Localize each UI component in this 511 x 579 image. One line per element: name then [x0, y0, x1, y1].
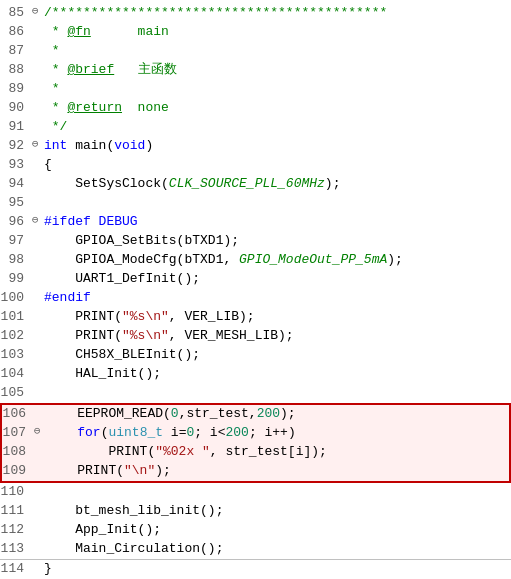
line-num-109: 109: [2, 462, 34, 481]
code-line-106: 106 EEPROM_READ(0,str_test,200);: [2, 405, 509, 424]
code-line-105: 105: [0, 384, 511, 403]
fold-85[interactable]: ⊖: [32, 4, 42, 20]
code-line-103: 103 CH58X_BLEInit();: [0, 346, 511, 365]
line-num-108: 108: [2, 443, 34, 462]
code-line-94: 94 SetSysClock(CLK_SOURCE_PLL_60MHz);: [0, 175, 511, 194]
code-text-102: PRINT("%s\n", VER_MESH_LIB);: [42, 327, 511, 346]
code-line-95: 95: [0, 194, 511, 213]
line-num-102: 102: [0, 327, 32, 346]
code-text-111: bt_mesh_lib_init();: [42, 502, 511, 521]
line-num-96: 96: [0, 213, 32, 232]
code-line-97: 97 GPIOA_SetBits(bTXD1);: [0, 232, 511, 251]
code-text-108: PRINT("%02x ", str_test[i]);: [44, 443, 509, 462]
code-line-91: 91 */: [0, 118, 511, 137]
line-num-86: 86: [0, 23, 32, 42]
code-text-107: for(uint8_t i=0; i<200; i++): [44, 424, 509, 443]
code-text-91: */: [42, 118, 511, 137]
code-line-108: 108 PRINT("%02x ", str_test[i]);: [2, 443, 509, 462]
line-num-90: 90: [0, 99, 32, 118]
code-text-92: int main(void): [42, 137, 511, 156]
line-num-110: 110: [0, 483, 32, 502]
code-line-93: 93 {: [0, 156, 511, 175]
code-line-114: 114 }: [0, 560, 511, 579]
code-line-87: 87 *: [0, 42, 511, 61]
code-text-104: HAL_Init();: [42, 365, 511, 384]
code-line-110: 110: [0, 483, 511, 502]
code-editor: 85 ⊖ /**********************************…: [0, 0, 511, 579]
line-num-105: 105: [0, 384, 32, 403]
code-text-113: Main_Circulation();: [42, 540, 511, 559]
code-text-114: }: [42, 560, 511, 579]
line-num-89: 89: [0, 80, 32, 99]
code-line-104: 104 HAL_Init();: [0, 365, 511, 384]
code-text-86: * @fn main: [42, 23, 511, 42]
line-num-107: 107: [2, 424, 34, 443]
code-line-98: 98 GPIOA_ModeCfg(bTXD1, GPIO_ModeOut_PP_…: [0, 251, 511, 270]
code-text-94: SetSysClock(CLK_SOURCE_PLL_60MHz);: [42, 175, 511, 194]
line-num-99: 99: [0, 270, 32, 289]
line-num-87: 87: [0, 42, 32, 61]
fold-107[interactable]: ⊖: [34, 424, 44, 440]
fold-96[interactable]: ⊖: [32, 213, 42, 229]
code-text-100: #endif: [42, 289, 511, 308]
line-num-104: 104: [0, 365, 32, 384]
line-num-93: 93: [0, 156, 32, 175]
code-text-85: /***************************************…: [42, 4, 511, 23]
line-num-97: 97: [0, 232, 32, 251]
code-line-111: 111 bt_mesh_lib_init();: [0, 502, 511, 521]
code-text-89: *: [42, 80, 511, 99]
code-text-109: PRINT("\n");: [44, 462, 509, 481]
line-num-113: 113: [0, 540, 32, 559]
code-line-113: 113 Main_Circulation();: [0, 540, 511, 560]
code-line-86: 86 * @fn main: [0, 23, 511, 42]
code-line-109: 109 PRINT("\n");: [2, 462, 509, 481]
fold-92[interactable]: ⊖: [32, 137, 42, 153]
code-text-93: {: [42, 156, 511, 175]
line-num-92: 92: [0, 137, 32, 156]
code-line-85: 85 ⊖ /**********************************…: [0, 4, 511, 23]
code-text-106: EEPROM_READ(0,str_test,200);: [44, 405, 509, 424]
highlight-block: 106 EEPROM_READ(0,str_test,200); 107 ⊖ f…: [0, 403, 511, 483]
code-line-99: 99 UART1_DefInit();: [0, 270, 511, 289]
code-line-100: 100 #endif: [0, 289, 511, 308]
line-num-103: 103: [0, 346, 32, 365]
line-num-95: 95: [0, 194, 32, 213]
line-num-101: 101: [0, 308, 32, 327]
code-line-102: 102 PRINT("%s\n", VER_MESH_LIB);: [0, 327, 511, 346]
line-num-114: 114: [0, 560, 32, 579]
line-num-112: 112: [0, 521, 32, 540]
code-line-96: 96 ⊖ #ifdef DEBUG: [0, 213, 511, 232]
code-text-87: *: [42, 42, 511, 61]
line-num-98: 98: [0, 251, 32, 270]
code-text-112: App_Init();: [42, 521, 511, 540]
code-text-97: GPIOA_SetBits(bTXD1);: [42, 232, 511, 251]
code-line-88: 88 * @brief 主函数: [0, 61, 511, 80]
line-num-111: 111: [0, 502, 32, 521]
code-line-112: 112 App_Init();: [0, 521, 511, 540]
line-num-106: 106: [2, 405, 34, 424]
code-text-101: PRINT("%s\n", VER_LIB);: [42, 308, 511, 327]
code-text-99: UART1_DefInit();: [42, 270, 511, 289]
code-line-90: 90 * @return none: [0, 99, 511, 118]
code-line-89: 89 *: [0, 80, 511, 99]
code-line-107: 107 ⊖ for(uint8_t i=0; i<200; i++): [2, 424, 509, 443]
code-line-101: 101 PRINT("%s\n", VER_LIB);: [0, 308, 511, 327]
code-text-103: CH58X_BLEInit();: [42, 346, 511, 365]
line-num-88: 88: [0, 61, 32, 80]
code-text-88: * @brief 主函数: [42, 61, 511, 80]
code-text-96: #ifdef DEBUG: [42, 213, 511, 232]
line-num-91: 91: [0, 118, 32, 137]
line-num-94: 94: [0, 175, 32, 194]
code-text-90: * @return none: [42, 99, 511, 118]
code-line-92: 92 ⊖ int main(void): [0, 137, 511, 156]
line-num-100: 100: [0, 289, 32, 308]
line-num-85: 85: [0, 4, 32, 23]
code-text-98: GPIOA_ModeCfg(bTXD1, GPIO_ModeOut_PP_5mA…: [42, 251, 511, 270]
